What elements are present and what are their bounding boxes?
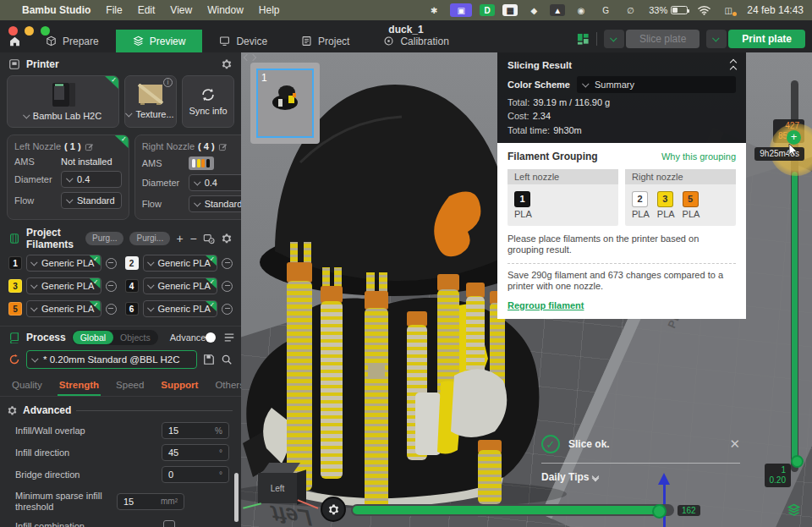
filament-select[interactable]: Generic PLA✓ <box>143 277 218 294</box>
move-slider-handle[interactable] <box>652 504 667 519</box>
infill-combination-checkbox[interactable] <box>163 520 175 527</box>
menu-window[interactable]: Window <box>207 4 244 16</box>
filament-select[interactable]: Generic PLA✓ <box>143 300 218 317</box>
menu-edit[interactable]: Edit <box>138 4 156 16</box>
collapse-panel-icon[interactable] <box>731 58 736 72</box>
bed-type-card[interactable]: i Texture... <box>124 75 177 128</box>
navigation-cube[interactable]: Left <box>253 463 312 513</box>
slice-dropdown-button[interactable] <box>604 30 624 48</box>
sidebar-scrollbar[interactable] <box>234 473 239 522</box>
tab-support[interactable]: Support <box>152 376 206 396</box>
tab-device[interactable]: Device <box>202 30 284 52</box>
filament-settings-gear-icon[interactable] <box>221 233 233 244</box>
right-ams-filaments[interactable] <box>189 156 214 170</box>
daily-tips-toggle[interactable]: Daily Tips <box>541 471 740 483</box>
tab-speed[interactable]: Speed <box>107 376 152 396</box>
filament-swatch[interactable]: 4 <box>125 279 139 293</box>
remove-filament-icon[interactable] <box>106 258 117 269</box>
viewport-3d[interactable]: PLA/PET-G Left <box>241 52 812 527</box>
printer-settings-gear-icon[interactable] <box>221 58 233 70</box>
left-diameter-select[interactable]: 0.4 <box>61 171 122 188</box>
tab-preview[interactable]: Preview <box>116 30 203 52</box>
left-flow-select[interactable]: Standard <box>61 192 122 209</box>
aperture-icon[interactable]: ✱ <box>425 3 442 17</box>
tab-others[interactable]: Others <box>206 376 241 396</box>
bridge-direction-input[interactable]: 0 ° <box>162 466 229 483</box>
reset-preset-icon[interactable] <box>8 354 20 365</box>
toast-close-icon[interactable]: ✕ <box>729 436 740 452</box>
control-center-icon[interactable]: ◫ <box>720 3 737 17</box>
infill-direction-input[interactable]: 45 ° <box>162 444 229 461</box>
right-flow-select[interactable]: Standard <box>189 195 241 212</box>
filament-select[interactable]: Generic PLA✓ <box>143 255 218 272</box>
bed-info-icon[interactable]: i <box>163 78 173 87</box>
filament-swatch[interactable]: 6 <box>125 302 139 316</box>
filament-swatch[interactable]: 5 <box>8 302 22 316</box>
layers-view-icon[interactable] <box>787 503 801 517</box>
menu-help[interactable]: Help <box>259 4 280 16</box>
edit-right-nozzle-icon[interactable] <box>218 142 228 151</box>
print-plate-button[interactable]: Print plate <box>728 30 805 48</box>
tab-project[interactable]: Project <box>284 30 366 52</box>
remove-filament-button[interactable]: − <box>189 232 197 245</box>
add-filament-button[interactable]: + <box>176 232 184 245</box>
slice-plate-button[interactable]: Slice plate <box>626 30 700 48</box>
tab-prepare[interactable]: Prepare <box>29 30 116 52</box>
layer-slider-plus-button[interactable]: + <box>787 130 801 145</box>
infill-wall-overlap-input[interactable]: 15 % <box>162 422 229 439</box>
tab-quality[interactable]: Quality <box>3 376 51 396</box>
app-menu[interactable]: Bambu Studio <box>22 4 91 16</box>
battery-indicator[interactable]: 33% <box>649 5 688 15</box>
purge-into-button[interactable]: Purgi... <box>129 232 170 245</box>
right-diameter-select[interactable]: 0.4 <box>189 174 241 191</box>
sync-ams-icon[interactable] <box>203 233 215 244</box>
dropbox-icon[interactable]: ◆ <box>525 3 542 17</box>
menubar-clock[interactable]: 24 feb 14:43 <box>747 4 804 16</box>
grammarly-icon[interactable]: G <box>597 3 614 17</box>
app-icon-keyboard[interactable]: ▦ <box>502 4 518 16</box>
wifi-icon[interactable] <box>695 3 712 17</box>
app-icon-circle[interactable]: ◉ <box>573 3 590 17</box>
remove-filament-icon[interactable] <box>106 304 117 315</box>
home-button[interactable] <box>0 30 29 52</box>
remove-filament-icon[interactable] <box>106 281 117 292</box>
process-preset-select[interactable]: * 0.20mm Standard @BBL H2C <box>26 350 197 369</box>
plate-thumbnail-1[interactable]: 1 <box>256 69 314 138</box>
collapse-sidebar-icon[interactable] <box>244 55 255 60</box>
filament-select[interactable]: Generic PLA✓ <box>26 277 102 294</box>
viewport-settings-button[interactable] <box>321 497 346 522</box>
min-sparse-infill-threshold-input[interactable]: 15 mm² <box>117 493 184 510</box>
remove-filament-icon[interactable] <box>222 304 233 315</box>
remove-filament-icon[interactable] <box>222 281 233 292</box>
color-scheme-select[interactable]: Summary <box>577 76 736 93</box>
tab-strength[interactable]: Strength <box>51 376 107 396</box>
screen-recording-icon[interactable]: ▣ <box>450 3 472 17</box>
sync-info-button[interactable]: Sync info <box>182 75 234 128</box>
layer-slider-bottom-handle[interactable] <box>791 455 804 468</box>
scope-objects[interactable]: Objects <box>113 332 157 343</box>
edit-left-nozzle-icon[interactable] <box>85 142 94 151</box>
search-settings-icon[interactable] <box>221 354 233 365</box>
filament-swatch[interactable]: 2 <box>125 256 139 270</box>
printer-select-card[interactable]: ✓ Bambu Lab H2C <box>7 75 119 128</box>
purge-volumes-button[interactable]: Purg... <box>85 232 123 245</box>
tab-calibration[interactable]: Calibration <box>366 30 465 52</box>
app-icon-triangle[interactable]: ▲ <box>550 4 565 16</box>
preset-list-icon[interactable] <box>223 332 235 343</box>
move-slider-track[interactable] <box>351 504 674 516</box>
mic-muted-icon[interactable]: ∅ <box>622 3 639 17</box>
why-this-grouping-link[interactable]: Why this grouping <box>661 151 736 162</box>
arrange-plate-icon[interactable] <box>577 33 590 46</box>
filament-swatch[interactable]: 3 <box>8 279 22 293</box>
filament-select[interactable]: Generic PLA✓ <box>26 300 102 317</box>
menu-file[interactable]: File <box>106 4 122 16</box>
regroup-filament-link[interactable]: Regroup filament <box>508 300 584 310</box>
print-dropdown-button[interactable] <box>706 30 727 48</box>
remove-filament-icon[interactable] <box>222 258 233 269</box>
scope-global[interactable]: Global <box>73 331 113 344</box>
save-preset-icon[interactable] <box>203 354 215 365</box>
filament-swatch[interactable]: 1 <box>8 256 22 270</box>
filament-select[interactable]: Generic PLA✓ <box>26 255 102 272</box>
app-icon-green-d[interactable]: D <box>480 4 495 16</box>
menu-view[interactable]: View <box>170 4 192 16</box>
